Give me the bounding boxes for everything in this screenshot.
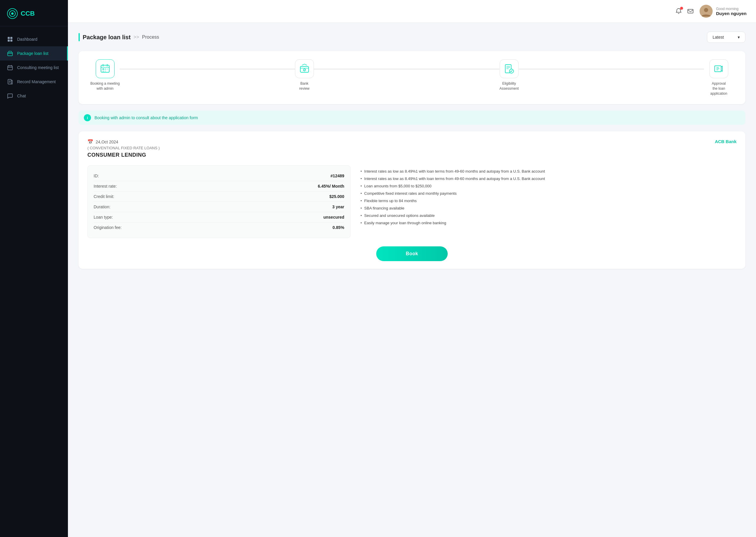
step-icon-approval [709,59,728,78]
svg-rect-3 [10,37,12,39]
book-btn-row: Book [87,246,736,261]
steps-wrapper: Booking a meetingwith admin [90,59,734,96]
breadcrumb-sub: Process [142,34,159,40]
step-label-approval: Approvalthe loan application [704,81,734,96]
feature-item-6: Secured and unsecured options available [361,212,736,219]
book-button[interactable]: Book [376,246,448,261]
package-icon [7,51,13,56]
step-icon-eligibility [500,59,518,78]
step-eligibility: EligibilityAssessment [499,59,704,91]
filter-dropdown[interactable]: Latest ▾ [707,31,745,43]
steps-container: Booking a meetingwith admin [78,51,745,104]
breadcrumb: Package loan list >> Process [78,33,159,41]
step-line-3 [519,69,704,69]
step-col-bank-review: Bankreview [295,59,314,91]
svg-rect-26 [107,68,108,70]
mail-button[interactable] [687,8,694,15]
feature-item-5: SBA financing available [361,204,736,212]
file-icon [7,79,13,85]
detail-lt-label: Loan type: [94,215,113,220]
step-line-2 [314,69,500,69]
svg-rect-27 [103,70,104,72]
detail-interest-rate: Interest rate: 6.45%/ Month [94,181,344,191]
step-booking: Booking a meetingwith admin [90,59,295,91]
breadcrumb-title: Package loan list [83,34,131,41]
feature-item-1: Interest rates as low as 8.49%1 with loa… [361,175,736,182]
feature-item-0: Interest rates as low as 8.49%1 with loa… [361,168,736,175]
svg-rect-6 [8,52,12,56]
notification-badge [680,7,683,10]
page-content: Package loan list >> Process Latest ▾ [68,23,756,537]
sidebar-item-dashboard-label: Dashboard [17,37,37,42]
page-top-row: Package loan list >> Process Latest ▾ [78,31,745,43]
svg-rect-25 [105,68,106,70]
user-name: Duyen nguyen [716,11,746,16]
loan-title: CONSUMER LENDING [87,152,160,158]
logo-icon [7,8,18,19]
feature-item-7: Easily manage your loan through online b… [361,219,736,227]
loan-details-row: ID: #12489 Interest rate: 6.45%/ Month C… [87,165,736,238]
step-label-booking: Booking a meetingwith admin [90,81,119,91]
detail-of-label: Origination fee: [94,225,122,230]
svg-point-19 [704,8,708,12]
chevron-down-icon: ▾ [738,35,740,40]
detail-credit-limit: Credit limit: $25.000 [94,191,344,202]
sidebar-item-package-loan-list[interactable]: Package loan list [0,46,68,61]
detail-dur-value: 3 year [332,204,344,209]
loan-date-row: 📅 24,Oct 2024 [87,139,160,145]
user-section: Good morning Duyen nguyen [700,5,746,18]
detail-lt-value: unsecured [323,215,344,220]
loan-type: ( CONVENTIONAL FIXED RATE LOANS ) [87,146,160,150]
sidebar-item-dashboard[interactable]: Dashboard [0,32,68,46]
svg-rect-5 [10,40,12,42]
sidebar-logo: CCB [0,0,68,26]
step-icon-booking [96,59,114,78]
detail-id-label: ID: [94,174,99,178]
sidebar-navigation: Dashboard Package loan list [0,26,68,537]
svg-rect-8 [8,66,12,70]
greeting-text: Good morning [716,7,746,11]
sidebar-item-consulting-meeting-list[interactable]: Consulting meeting list [0,61,68,75]
detail-ir-label: Interest rate: [94,184,117,188]
step-approval: Approvalthe loan application [704,59,734,96]
sidebar-item-chat[interactable]: Chat [0,89,68,103]
calendar-icon [7,64,13,70]
step-bank-review: Bankreview [295,59,500,91]
detail-duration: Duration: 3 year [94,202,344,212]
calendar-icon: 📅 [87,139,93,145]
loan-details-right: Interest rates as low as 8.49%1 with loa… [358,165,736,238]
detail-cl-label: Credit limit: [94,194,114,199]
step-icon-bank-review [295,59,314,78]
sidebar-item-record-label: Record Management [17,79,56,84]
step-label-eligibility: EligibilityAssessment [499,81,518,91]
feature-item-2: Loan amounts from $5,000 to $250,000 [361,182,736,190]
header-icons [675,8,694,15]
detail-ir-value: 6.45%/ Month [318,184,344,188]
loan-card-left: 📅 24,Oct 2024 ( CONVENTIONAL FIXED RATE … [87,139,160,163]
header: Good morning Duyen nguyen [68,0,756,23]
breadcrumb-separator: >> [133,34,139,40]
step-col-eligibility: EligibilityAssessment [499,59,518,91]
svg-rect-29 [300,66,309,72]
user-greeting: Good morning Duyen nguyen [716,7,746,16]
svg-rect-13 [11,80,12,84]
breadcrumb-bar [78,33,80,41]
feature-item-3: Competitive fixed interest rates and mon… [361,190,736,197]
detail-origination-fee: Origination fee: 0.85% [94,223,344,232]
bank-label: ACB Bank [715,139,736,144]
svg-rect-28 [105,70,106,72]
detail-cl-value: $25.000 [329,194,344,199]
sidebar-item-record-management[interactable]: Record Management [0,75,68,89]
info-banner: i Booking with admin to consult about th… [78,111,745,125]
logo-text: CCB [21,10,35,18]
filter-label: Latest [713,35,724,40]
loan-date: 24,Oct 2024 [96,140,118,144]
sidebar: CCB Dashboard Pa [0,0,68,537]
detail-dur-label: Duration: [94,204,111,209]
sidebar-item-consulting-label: Consulting meeting list [17,65,59,70]
chat-icon [7,93,13,99]
svg-rect-24 [103,68,104,70]
detail-id-value: #12489 [331,174,344,178]
notification-button[interactable] [675,8,682,15]
loan-card: 📅 24,Oct 2024 ( CONVENTIONAL FIXED RATE … [78,131,745,269]
